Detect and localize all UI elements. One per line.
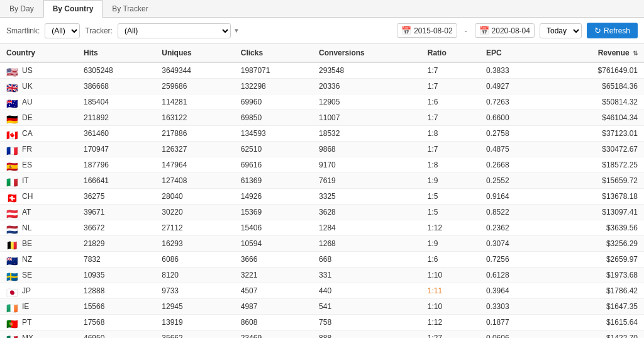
tracker-select[interactable]: (All) [118,23,231,38]
flag-icon: 🇳🇿 [6,256,19,264]
cell-epc: 0.3964 [480,283,547,299]
cell-epc: 0.3074 [480,236,547,252]
flag-icon: 🇦🇹 [6,208,19,217]
cell-uniques: 35662 [155,330,234,339]
country-code: BE [22,239,32,248]
cell-conversions: 541 [313,299,421,315]
flag-icon: 🇫🇷 [6,145,19,154]
cell-epc: 0.2362 [480,220,547,236]
flag-icon: 🇵🇹 [6,318,19,327]
cell-conversions: 1284 [313,220,421,236]
col-revenue: Revenue ⇅ [547,44,644,62]
flag-icon: 🇮🇪 [6,303,19,311]
cell-uniques: 127408 [155,173,234,189]
cell-ratio: 1:9 [421,236,480,252]
country-code: FR [22,145,32,154]
cell-ratio: 1:6 [421,94,480,110]
cell-uniques: 114281 [155,94,234,110]
table-row: 🇵🇹 PT 17568 13919 8608 758 1:12 0.1877 $… [0,315,644,330]
cell-clicks: 4987 [235,299,313,315]
date-start-value: 2015-08-02 [414,26,452,35]
cell-clicks: 69850 [235,110,313,126]
tab-by-tracker[interactable]: By Tracker [103,0,157,17]
cell-uniques: 3649344 [155,62,234,79]
table-row: 🇪🇸 ES 187796 147964 69616 9170 1:8 0.266… [0,157,644,173]
cell-uniques: 217886 [155,126,234,142]
country-code: JP [22,286,31,295]
cell-epc: 0.0606 [480,330,547,339]
table-row: 🇩🇪 DE 211892 163122 69850 11007 1:7 0.66… [0,110,644,126]
table-row: 🇲🇽 MX 46950 35662 23469 888 1:27 0.0606 … [0,330,644,339]
cell-clicks: 61369 [235,173,313,189]
cell-revenue: $65184.36 [547,79,644,94]
cell-hits: 46950 [77,330,155,339]
refresh-icon: ↻ [594,26,601,35]
cell-revenue: $1647.35 [547,299,644,315]
toolbar: Smartlink: (All) Tracker: (All) ▼ 📅 2015… [0,18,644,44]
cell-country: 🇧🇪 BE [0,236,77,252]
cell-clicks: 23469 [235,330,313,339]
cell-hits: 211892 [77,110,155,126]
cell-uniques: 126327 [155,142,234,157]
cell-revenue: $1422.70 [547,330,644,339]
table-row: 🇮🇪 IE 15566 12945 4987 541 1:10 0.3303 $… [0,299,644,315]
table-row: 🇸🇪 SE 10935 8120 3221 331 1:10 0.6128 $1… [0,268,644,283]
flag-icon: 🇦🇺 [6,98,19,106]
flag-icon: 🇲🇽 [6,334,19,339]
cell-uniques: 16293 [155,236,234,252]
tracker-label: Tracker: [85,26,113,35]
cell-epc: 0.8522 [480,205,547,220]
data-table-container: Country Hits Uniques Clicks Conversions … [0,44,644,338]
cell-conversions: 293548 [313,62,421,79]
table-row: 🇦🇺 AU 185404 114281 69960 12905 1:6 0.72… [0,94,644,110]
cell-hits: 170947 [77,142,155,157]
table-row: 🇳🇿 NZ 7832 6086 3666 668 1:6 0.7256 $265… [0,252,644,268]
calendar-start-icon: 📅 [401,26,411,35]
cell-conversions: 9868 [313,142,421,157]
table-header-row: Country Hits Uniques Clicks Conversions … [0,44,644,62]
cell-clicks: 134593 [235,126,313,142]
cell-ratio: 1:12 [421,220,480,236]
cell-conversions: 18532 [313,126,421,142]
table-row: 🇬🇧 UK 386668 259686 132298 20336 1:7 0.4… [0,79,644,94]
cell-country: 🇮🇪 IE [0,299,77,315]
cell-hits: 187796 [77,157,155,173]
date-start-field[interactable]: 📅 2015-08-02 [397,23,457,38]
cell-epc: 0.3833 [480,62,547,79]
cell-revenue: $50814.32 [547,94,644,110]
tab-by-day[interactable]: By Day [0,0,43,17]
tab-by-country[interactable]: By Country [43,0,103,18]
cell-revenue: $761649.01 [547,62,644,79]
cell-clicks: 3666 [235,252,313,268]
country-code: NZ [22,255,32,264]
cell-hits: 17568 [77,315,155,330]
cell-ratio: 1:8 [421,157,480,173]
cell-epc: 0.7256 [480,252,547,268]
date-end-field[interactable]: 📅 2020-08-04 [475,23,535,38]
cell-country: 🇪🇸 ES [0,157,77,173]
flag-icon: 🇪🇸 [6,161,19,169]
country-code: UK [22,82,33,91]
col-ratio: Ratio [421,44,480,62]
cell-epc: 0.7263 [480,94,547,110]
cell-uniques: 30220 [155,205,234,220]
country-code: CH [22,192,33,201]
cell-ratio: 1:5 [421,189,480,205]
cell-ratio: 1:7 [421,110,480,126]
flag-icon: 🇨🇭 [6,193,19,201]
refresh-button[interactable]: ↻ Refresh [587,23,638,38]
cell-revenue: $15659.72 [547,173,644,189]
cell-country: 🇨🇭 CH [0,189,77,205]
cell-revenue: $18572.25 [547,157,644,173]
cell-ratio: 1:7 [421,142,480,157]
cell-hits: 15566 [77,299,155,315]
country-code: IT [22,176,29,185]
cell-ratio: 1:10 [421,299,480,315]
cell-clicks: 4507 [235,283,313,299]
smartlink-select[interactable]: (All) [45,23,80,38]
flag-icon: 🇬🇧 [6,82,19,91]
period-select[interactable]: Today [540,23,582,38]
cell-uniques: 6086 [155,252,234,268]
cell-hits: 12888 [77,283,155,299]
cell-uniques: 12945 [155,299,234,315]
